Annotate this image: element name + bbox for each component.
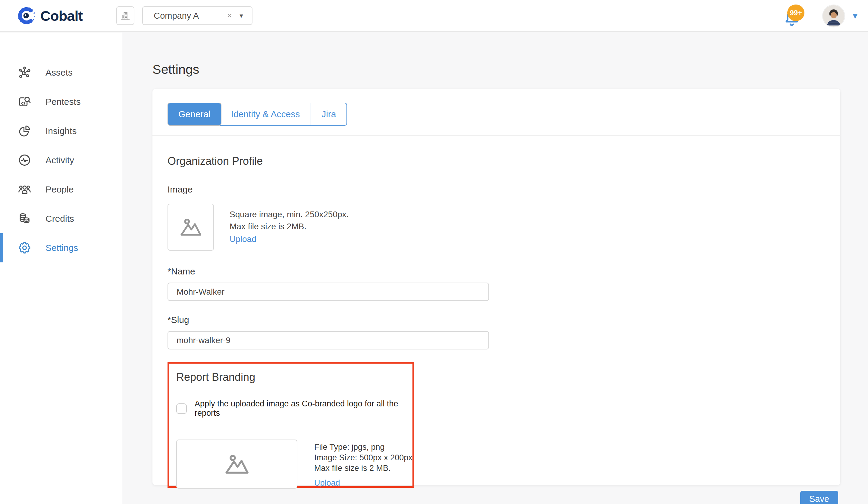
org-building-button[interactable] bbox=[116, 6, 134, 25]
sidebar-item-settings[interactable]: Settings bbox=[0, 233, 122, 263]
image-requirement-line: Square image, min. 250x250px. bbox=[230, 208, 349, 220]
tab-general[interactable]: General bbox=[167, 103, 221, 126]
main-content: Settings General Identity & Access Jira … bbox=[122, 32, 868, 504]
report-branding-section-highlight: Report Branding Apply the uploaded image… bbox=[167, 362, 414, 488]
settings-tab-group: General Identity & Access Jira bbox=[167, 103, 347, 126]
sidebar-item-assets[interactable]: Assets bbox=[0, 58, 122, 87]
user-avatar[interactable] bbox=[822, 4, 845, 28]
pie-chart-icon bbox=[18, 124, 32, 138]
settings-card: General Identity & Access Jira Organizat… bbox=[153, 89, 840, 485]
file-info-line: Max file size is 2 MB. bbox=[314, 463, 412, 474]
topbar-right: 99+ ▼ bbox=[782, 0, 859, 32]
branding-image-row: File Type: jpgs, png Image Size: 500px x… bbox=[176, 440, 412, 488]
page-title: Settings bbox=[153, 62, 868, 77]
branding-image-placeholder[interactable] bbox=[176, 440, 297, 488]
report-branding-heading: Report Branding bbox=[176, 371, 412, 383]
building-icon bbox=[119, 10, 131, 22]
organization-profile-section: Organization Profile Image Square image,… bbox=[153, 136, 840, 488]
image-field-label: Image bbox=[167, 184, 825, 195]
pentest-document-search-icon bbox=[18, 95, 32, 109]
people-icon bbox=[18, 182, 32, 196]
cobalt-logo[interactable]: Cobalt bbox=[17, 6, 83, 25]
cobranded-logo-checkbox-row: Apply the uploaded image as Co-branded l… bbox=[176, 399, 412, 418]
org-image-row: Square image, min. 250x250px. Max file s… bbox=[167, 204, 825, 251]
user-menu-caret-icon[interactable]: ▼ bbox=[851, 11, 859, 21]
clear-selection-icon[interactable]: × bbox=[227, 11, 232, 20]
activity-pulse-icon bbox=[18, 153, 32, 167]
branding-upload-link[interactable]: Upload bbox=[314, 478, 340, 488]
slug-input[interactable] bbox=[167, 331, 489, 349]
image-requirement-line: Max file size is 2MB. bbox=[230, 220, 349, 233]
org-image-upload-link[interactable]: Upload bbox=[230, 233, 256, 245]
org-selected-value: Company A bbox=[154, 11, 199, 21]
sidebar-item-label: Settings bbox=[45, 243, 78, 253]
sidebar-item-activity[interactable]: Activity bbox=[0, 145, 122, 175]
org-image-help: Square image, min. 250x250px. Max file s… bbox=[230, 204, 349, 251]
org-profile-heading: Organization Profile bbox=[167, 155, 825, 167]
sidebar-item-label: Activity bbox=[45, 155, 74, 165]
tab-identity-access[interactable]: Identity & Access bbox=[220, 103, 311, 126]
org-image-placeholder[interactable] bbox=[167, 204, 214, 251]
file-info-line: File Type: jpgs, png bbox=[314, 442, 412, 452]
save-button[interactable]: Save bbox=[800, 491, 838, 504]
org-select-dropdown[interactable]: Company A × ▼ bbox=[142, 6, 252, 25]
chevron-down-icon[interactable]: ▼ bbox=[238, 13, 244, 19]
topbar: Cobalt Company A × ▼ 99+ bbox=[0, 0, 868, 32]
sidebar: Assets Pentests Insights Activity bbox=[0, 32, 122, 504]
branding-file-info: File Type: jpgs, png Image Size: 500px x… bbox=[314, 440, 412, 488]
assets-network-icon bbox=[18, 65, 32, 80]
sidebar-item-label: Assets bbox=[45, 68, 73, 78]
notifications-bell[interactable]: 99+ bbox=[782, 4, 804, 28]
image-placeholder-icon bbox=[223, 450, 251, 479]
sidebar-item-label: Pentests bbox=[45, 97, 81, 107]
tab-jira[interactable]: Jira bbox=[311, 103, 347, 126]
cobranded-logo-checkbox[interactable] bbox=[176, 403, 187, 414]
name-input[interactable] bbox=[167, 282, 489, 301]
avatar-photo bbox=[823, 5, 845, 27]
sidebar-item-label: Insights bbox=[45, 126, 76, 136]
cobranded-logo-checkbox-label: Apply the uploaded image as Co-branded l… bbox=[195, 399, 412, 418]
name-field-label: *Name bbox=[167, 266, 825, 277]
sidebar-item-people[interactable]: People bbox=[0, 175, 122, 204]
tabs-row: General Identity & Access Jira bbox=[153, 89, 840, 135]
sidebar-item-pentests[interactable]: Pentests bbox=[0, 87, 122, 116]
gear-icon bbox=[18, 241, 32, 255]
image-placeholder-icon bbox=[178, 214, 204, 240]
slug-field-label: *Slug bbox=[167, 315, 825, 325]
brand-wordmark: Cobalt bbox=[40, 8, 83, 24]
sidebar-item-label: Credits bbox=[45, 214, 74, 224]
active-item-indicator bbox=[0, 233, 3, 263]
sidebar-item-credits[interactable]: Credits bbox=[0, 204, 122, 233]
notification-count-badge: 99+ bbox=[787, 4, 804, 21]
cobalt-c-icon bbox=[17, 6, 36, 25]
file-info-line: Image Size: 500px x 200px bbox=[314, 452, 412, 463]
sidebar-item-label: People bbox=[45, 184, 73, 195]
sidebar-item-insights[interactable]: Insights bbox=[0, 116, 122, 145]
org-switcher: Company A × ▼ bbox=[116, 6, 252, 25]
coins-icon bbox=[18, 212, 32, 226]
